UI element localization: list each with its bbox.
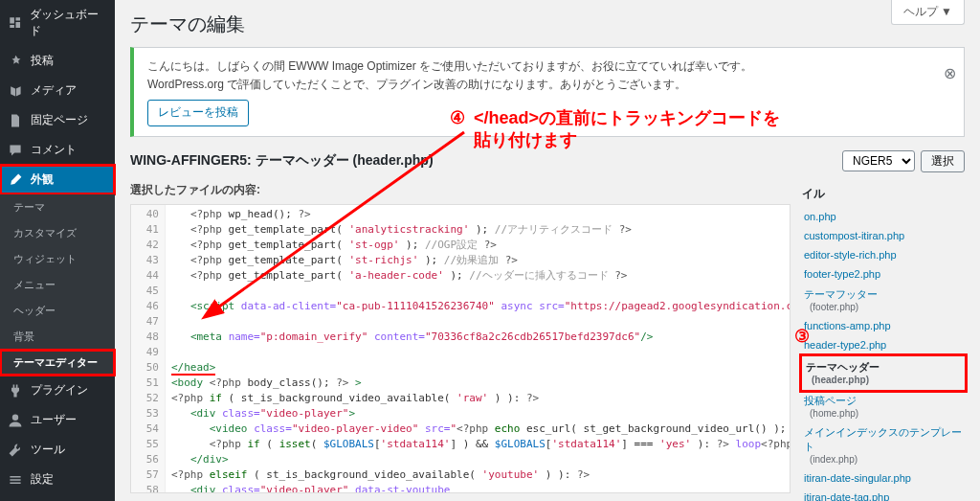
review-button[interactable]: レビューを投稿 [147, 100, 249, 125]
media-icon [8, 83, 23, 99]
sidebar-item-label: ウィジェット [13, 252, 77, 266]
sidebar-item[interactable]: メディア [0, 76, 115, 105]
notice-dismiss-icon[interactable]: ⊗ [944, 61, 956, 86]
brush-icon [8, 172, 23, 188]
sidebar-item[interactable]: 設定 [0, 465, 115, 494]
file-list-item[interactable]: 投稿ページ(home.php) [802, 392, 965, 421]
tool-icon [8, 443, 23, 458]
code-body[interactable]: <?php wp_head(); ?> <?php get_template_p… [166, 205, 790, 493]
sidebar-item[interactable]: ツール [0, 435, 115, 465]
sidebar-item[interactable]: SiteGuard [0, 494, 115, 501]
page-title: テーマの編集 [130, 11, 965, 37]
sidebar-item-label: コメント [31, 142, 77, 158]
page-icon [8, 113, 23, 128]
sidebar-item[interactable]: テーマ [0, 194, 115, 220]
help-tab[interactable]: ヘルプ ▼ [891, 0, 965, 25]
code-column: 選択したファイルの内容: 40 41 42 43 44 45 46 47 48 … [130, 182, 791, 493]
file-list-item[interactable]: メインインデックスのテンプレート(index.php) [802, 423, 965, 467]
sidebar-item-label: テーマエディター [13, 355, 98, 370]
app-root: ダッシュボード投稿メディア固定ページコメント外観テーマカスタマイズウィジェットメ… [0, 0, 980, 501]
settings-icon [8, 472, 23, 488]
theme-select[interactable]: NGER5 [842, 150, 915, 171]
sidebar-item-label: 投稿 [31, 53, 54, 69]
sidebar-item-label: ヘッダー [13, 304, 56, 318]
sidebar-item[interactable]: コメント [0, 135, 115, 165]
sidebar-item[interactable]: 外観 [0, 165, 115, 194]
file-list-column: イル on.phpcustompost-itiran.phpeditor-sty… [802, 182, 965, 493]
sidebar-item-label: ツール [31, 442, 65, 458]
file-list-item[interactable]: functions-amp.php [802, 317, 965, 334]
theme-select-button[interactable]: 選択 [921, 150, 965, 172]
sidebar-item-label: ダッシュボード [30, 7, 107, 39]
theme-select-row: NGER5 選択 [842, 150, 965, 172]
main-content: ヘルプ ▼ テーマの編集 ⊗ こんにちは。しばらくの間 EWWW Image O… [115, 0, 980, 501]
sidebar-item-label: 設定 [31, 471, 54, 488]
code-editor[interactable]: 40 41 42 43 44 45 46 47 48 49 50 51 52 5… [130, 204, 791, 493]
sidebar-item[interactable]: 固定ページ [0, 105, 115, 135]
sidebar-item[interactable]: 背景 [0, 324, 115, 350]
file-list-item[interactable]: footer-type2.php [802, 265, 965, 283]
sidebar-item[interactable]: ヘッダー [0, 298, 115, 324]
sidebar-item-label: 固定ページ [31, 112, 88, 128]
admin-sidebar: ダッシュボード投稿メディア固定ページコメント外観テーマカスタマイズウィジェットメ… [0, 0, 115, 501]
file-list-item[interactable]: header-type2.php [802, 336, 965, 353]
plugin-icon [8, 383, 23, 399]
dashboard-icon [8, 15, 22, 31]
code-gutter: 40 41 42 43 44 45 46 47 48 49 50 51 52 5… [131, 205, 166, 493]
file-list-item[interactable]: テーマフッター(footer.php) [802, 285, 965, 315]
sidebar-item[interactable]: メニュー [0, 272, 115, 298]
sidebar-item[interactable]: ユーザー [0, 405, 115, 435]
file-list-item[interactable]: on.php [802, 208, 965, 225]
sidebar-item[interactable]: 投稿 [0, 46, 115, 76]
sidebar-item[interactable]: プラグイン [0, 376, 115, 405]
sidebar-item-label: カスタマイズ [13, 226, 77, 240]
sidebar-item[interactable]: ウィジェット [0, 246, 115, 272]
editor-body: 選択したファイルの内容: 40 41 42 43 44 45 46 47 48 … [130, 182, 965, 493]
file-list-item[interactable]: テーマヘッダー(header.php) [802, 356, 965, 390]
pin-icon [8, 54, 23, 69]
sidebar-item-label: ユーザー [31, 412, 77, 428]
file-list-item[interactable]: itiran-date-tag.php [802, 489, 965, 501]
editor-file-title: WING-AFFINGER5: テーマヘッダー (header.php) [130, 152, 434, 170]
sidebar-item-label: メディア [31, 82, 77, 99]
sidebar-item-label: 背景 [13, 330, 34, 344]
editor-header: WING-AFFINGER5: テーマヘッダー (header.php) NGE… [130, 150, 965, 172]
svg-point-0 [12, 414, 18, 420]
notice-line: こんにちは。しばらくの間 EWWW Image Optimizer をご使用いた… [147, 57, 925, 76]
sidebar-item-label: メニュー [13, 278, 56, 292]
sidebar-item-label: プラグイン [31, 382, 88, 399]
sidebar-item-label: テーマ [13, 200, 45, 215]
content-label: 選択したファイルの内容: [130, 182, 791, 198]
sidebar-item[interactable]: テーマエディター [0, 350, 115, 376]
notice-line: WordPress.org で評価していただくことで、プラグイン改善の助けになり… [147, 76, 925, 94]
comment-icon [8, 143, 23, 158]
file-list-item[interactable]: editor-style-rich.php [802, 246, 965, 263]
file-list: on.phpcustompost-itiran.phpeditor-style-… [802, 208, 965, 501]
sidebar-item-label: 外観 [31, 171, 54, 188]
sidebar-item[interactable]: ダッシュボード [0, 0, 115, 46]
file-list-item[interactable]: custompost-itiran.php [802, 227, 965, 244]
file-list-item[interactable]: itiran-date-singular.php [802, 469, 965, 487]
user-icon [8, 413, 23, 428]
admin-notice: ⊗ こんにちは。しばらくの間 EWWW Image Optimizer をご使用… [130, 47, 965, 137]
file-list-header: イル [802, 182, 965, 208]
sidebar-item[interactable]: カスタマイズ [0, 220, 115, 246]
